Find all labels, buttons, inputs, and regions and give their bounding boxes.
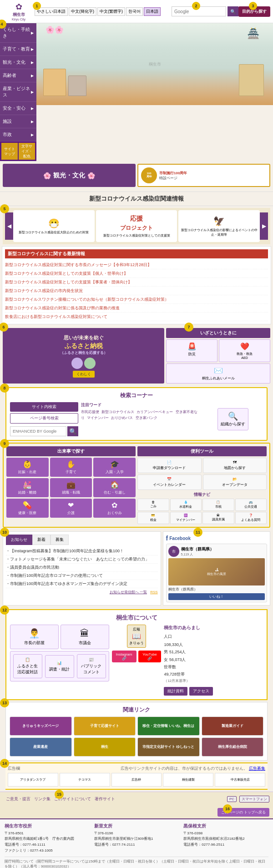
- news-link-4[interactable]: 市制施行100周年記念市ロゴマークの使用について: [10, 573, 103, 578]
- link-ijuu[interactable]: 移住・定住情報 いいね、桐生は: [137, 717, 200, 736]
- footer-link-links[interactable]: リンク集: [34, 796, 51, 802]
- corona-news-link-7[interactable]: 飲食店における新型コロナウイルス感染症対策について: [5, 314, 107, 319]
- access-link-btn[interactable]: アクセス: [189, 687, 213, 696]
- ad-item-4[interactable]: 桐生縫製: [163, 773, 213, 787]
- carousel-prev[interactable]: ◀: [5, 212, 13, 240]
- event-ninshin[interactable]: 👶妊娠・出産: [6, 458, 49, 477]
- google-search-input[interactable]: [10, 426, 66, 436]
- ad-item-5[interactable]: 中古車販売店: [215, 773, 265, 787]
- corona-news-link-2[interactable]: 新型コロナウイルス感染症対策としての支援策【個人・世帯向け】: [5, 271, 128, 276]
- lang-chinese-traditional[interactable]: 中文(繁體字): [97, 7, 125, 16]
- event-kosodate[interactable]: ✋子育て: [50, 458, 92, 477]
- carousel-next[interactable]: ▶: [260, 212, 268, 240]
- carousel-item-3[interactable]: 🦅 新型コロナウイルス感染症の影響によるイベントの中止・延期等: [178, 210, 260, 242]
- event-shushoku[interactable]: 💼就職・転職: [50, 478, 92, 497]
- sidebar-item-shisetsu[interactable]: 施設▶: [0, 115, 36, 128]
- event-hikkoshi[interactable]: 🏠住む・引越し: [93, 478, 136, 497]
- search-button[interactable]: 🔍: [228, 6, 238, 16]
- banner-kanko[interactable]: 🌸 観光・文化 🌸: [3, 164, 136, 187]
- news-link-5[interactable]: 市制施行100周年記念本てゆき水マンガーズ集合のデザイン決定: [10, 581, 127, 586]
- about-stats-item[interactable]: 📊 調査・統計: [45, 655, 74, 678]
- facebook-like-btn[interactable]: いいね！: [168, 593, 265, 600]
- info-tax[interactable]: 📋市税: [202, 499, 234, 511]
- izaito-item-kyukyu[interactable]: ❤️ 救急・救急AED: [219, 339, 270, 362]
- hot-word-2[interactable]: 新型コロナウイルス: [101, 410, 134, 414]
- instagram-btn[interactable]: Instagram 🔗: [112, 651, 136, 662]
- smartphone-btn[interactable]: スマートフォン: [239, 796, 269, 802]
- google-search-button[interactable]: 🔍: [67, 426, 78, 436]
- event-okuyami[interactable]: ✿おくやみ: [93, 499, 136, 518]
- hot-word-1[interactable]: 市民応援便: [81, 410, 99, 414]
- logo-area[interactable]: ✿ 桐生市 Kiryu City: [3, 2, 35, 21]
- event-kekkon[interactable]: 💒結婚・離婚: [6, 478, 49, 497]
- lang-japanese[interactable]: 日本語: [144, 7, 161, 16]
- corona-news-link-6[interactable]: 新型コロナウイルス感染症の対策に係る国及び県の業務の推進: [5, 306, 120, 310]
- link-kids[interactable]: きりゅうキッズページ: [10, 717, 72, 736]
- corona-news-link-5[interactable]: 新型コロナウイルスワクチン接種についてのお知らせ（新型コロナウイルス感染症対策）: [5, 297, 169, 302]
- fontsize-button[interactable]: 文字サイズ・配色: [19, 143, 35, 160]
- sidebar-item-sangyo[interactable]: 産業・ビジネス▶: [0, 82, 36, 102]
- link-kiryu-net[interactable]: 桐生: [74, 737, 136, 757]
- link-yushinetto[interactable]: 市指定文化財サイト ゆしねっと: [137, 737, 200, 757]
- banner-centennial[interactable]: 100周年 市制施行100周年 特設ページ: [137, 164, 270, 187]
- sidebar-item-shisei[interactable]: 市政▶: [0, 128, 36, 141]
- izaito-item-mail[interactable]: ✉️ 桐生ふれあいメール: [166, 363, 270, 384]
- info-faq[interactable]: ❓よくある質問: [235, 512, 267, 524]
- ad-item-3[interactable]: 広告枠: [111, 773, 162, 787]
- pc-btn[interactable]: PC: [227, 796, 237, 802]
- corona-news-link-3[interactable]: 新型コロナウイルス感染症対策としての支援策【事業者・団体向け】: [5, 280, 132, 284]
- izaito-item-bousai[interactable]: 🚨 防災: [166, 339, 217, 362]
- hot-word-6[interactable]: おりひめバス: [111, 416, 133, 420]
- tab-shinchaku[interactable]: 新着: [32, 535, 51, 545]
- info-gomi[interactable]: 🗑ごみ: [137, 499, 169, 511]
- about-council[interactable]: 🏛 市議会: [61, 625, 109, 649]
- tool-map[interactable]: 🗺地図から探す: [203, 458, 267, 473]
- ads-link[interactable]: 広告募集: [249, 766, 265, 771]
- sidebar-item-kanko[interactable]: 観光・文化▶: [0, 56, 36, 69]
- furusato-detail-btn[interactable]: くわしく: [73, 371, 95, 378]
- info-transport[interactable]: 🚌公共交通: [235, 499, 267, 511]
- link-hospital[interactable]: 桐生厚生総合病院: [202, 737, 264, 757]
- furusato-box[interactable]: 思いが未来を紡ぐ ふるさと納税 （ふるさと桐生を応援する） くわしく: [3, 328, 164, 384]
- hot-word-7[interactable]: 空き家バンク: [136, 416, 157, 420]
- info-council[interactable]: 🏛議員所属: [202, 512, 234, 524]
- lang-chinese-simplified[interactable]: 中文(簡化字): [69, 7, 96, 16]
- ad-item-1[interactable]: アリタダンスラブ: [8, 773, 58, 787]
- sidebar-item-koureisha[interactable]: 高齢者▶: [0, 69, 36, 82]
- event-kenko[interactable]: 💊健康・医療: [6, 499, 49, 518]
- news-more-link[interactable]: お知らせ発信館へ 一覧: [110, 590, 147, 594]
- sidebar-item-anzen[interactable]: 安全・安心▶: [0, 102, 36, 115]
- tool-download[interactable]: 📄申請書ダウンロード: [137, 458, 202, 473]
- info-mynumber[interactable]: 🆔マイナンバー: [170, 512, 202, 524]
- event-kaigo[interactable]: ❤介護: [50, 499, 92, 518]
- news-link-1[interactable]: 【Instagram投稿募集】市制施行100周年記念企業様を集100！: [10, 549, 124, 553]
- event-nyugaku[interactable]: 🎓入園・入学: [93, 458, 136, 477]
- link-manufacturing[interactable]: 製造業ガイド: [202, 717, 264, 736]
- news-link-2[interactable]: フォトメッセージを募集「未来につなぐたい あなたにとっての希望の力」: [10, 557, 149, 561]
- tab-oshirase[interactable]: お知らせ: [6, 535, 32, 545]
- carousel-item-2[interactable]: 応援 プロジェクト 新型コロナウイルス感染症対策としての支援策: [96, 210, 177, 242]
- corona-news-link-1[interactable]: 新型コロナウイルス感染症対策に関する市長のメッセージ【令和3年12月28日】: [5, 262, 152, 267]
- about-public-comment[interactable]: 📰 パブリックコメント: [77, 654, 106, 678]
- stats-link-btn[interactable]: 統計資料: [164, 687, 187, 696]
- about-mayor-room[interactable]: 👨‍💼 市長の部屋: [10, 625, 59, 649]
- news-link-3[interactable]: 議員委員会議員の市民活動: [10, 565, 59, 570]
- footer-link-copyright[interactable]: 著作サイト: [95, 796, 115, 802]
- link-isan[interactable]: 産業遺産: [10, 737, 72, 757]
- about-furusato-dialog[interactable]: 📋 ふるさと生活応援対話: [13, 654, 42, 678]
- tab-boshu[interactable]: 募集: [51, 535, 69, 545]
- rss-link[interactable]: RSS: [150, 590, 157, 594]
- corona-news-link-4[interactable]: 新型コロナウイルス感染症の市内発生状況: [5, 288, 83, 293]
- sitemap-button[interactable]: サイトマップ: [1, 143, 18, 160]
- ad-item-2[interactable]: テコマス: [60, 773, 110, 787]
- hot-word-5[interactable]: マイナンバー: [87, 416, 109, 420]
- info-zeikin[interactable]: 💳税金: [137, 512, 169, 524]
- link-kosodate[interactable]: 子育て応援サイト: [74, 717, 136, 736]
- search-by-dept[interactable]: 🔍 組織から探す: [217, 408, 248, 430]
- hot-word-3[interactable]: カリアンバーベキュー: [136, 410, 173, 414]
- lang-korean[interactable]: 한국어: [126, 7, 143, 16]
- tool-opendata[interactable]: 📂オープンデータ: [203, 474, 267, 490]
- carousel-item-1[interactable]: 😷 新型コロナウイルス感染症拡大防止のための対策: [13, 210, 95, 242]
- site-search-btn[interactable]: サイト内検索: [10, 402, 78, 412]
- sidebar-item-kosodate[interactable]: 子育て・教育▶: [0, 43, 36, 56]
